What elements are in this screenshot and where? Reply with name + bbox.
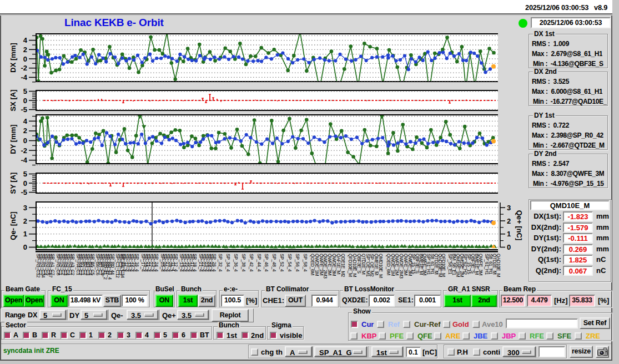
svg-text:2: 2	[23, 127, 27, 135]
svg-text:Qe- [nC]: Qe- [nC]	[9, 211, 17, 240]
svg-text:QWFE_3M: QWFE_3M	[478, 254, 484, 276]
svg-text:5: 5	[23, 170, 27, 178]
svg-text:-2: -2	[21, 146, 27, 155]
svg-text:SP_B5_C5: SP_B5_C5	[90, 254, 95, 276]
svg-text:QFD10E_M: QFD10E_M	[441, 254, 446, 277]
svg-text:SP_24_4: SP_24_4	[154, 254, 159, 272]
svg-text:4: 4	[23, 36, 28, 44]
svg-text:-2: -2	[21, 64, 27, 72]
svg-text:1: 1	[23, 230, 27, 238]
svg-text:0: 0	[23, 55, 27, 63]
svg-text:DY [mm]: DY [mm]	[9, 124, 17, 154]
svg-text:SP_16_4: SP_16_4	[134, 254, 140, 272]
svg-text:2: 2	[23, 46, 27, 54]
svg-text:DX [mm]: DX [mm]	[9, 43, 17, 72]
svg-text:SP_54_4: SP_54_4	[287, 254, 293, 272]
svg-text:SP_38_4: SP_38_4	[241, 254, 246, 272]
svg-text:3: 3	[507, 204, 511, 212]
svg-text:SP_R0_44: SP_R0_44	[110, 254, 115, 275]
svg-text:SP_34_4: SP_34_4	[225, 254, 231, 272]
svg-text:SP_36_4: SP_36_4	[233, 254, 239, 272]
svg-text:SP_58_4: SP_58_4	[303, 254, 308, 272]
svg-text:-5: -5	[21, 188, 27, 196]
svg-text:SP_48_4: SP_48_4	[271, 254, 277, 272]
svg-text:0: 0	[23, 97, 27, 105]
svg-text:SP_32_4: SP_32_4	[218, 254, 223, 272]
svg-text:SP_46_4: SP_46_4	[264, 254, 269, 272]
svg-text:SP_A1_C7: SP_A1_C7	[50, 254, 56, 276]
svg-text:-4: -4	[21, 73, 27, 82]
svg-text:0: 0	[23, 136, 27, 145]
svg-text:QDE1E_M2: QDE1E_M2	[340, 254, 346, 277]
svg-text:5: 5	[23, 87, 27, 95]
svg-text:SP_42_4: SP_42_4	[249, 254, 254, 272]
svg-text:-5: -5	[21, 105, 27, 114]
svg-text:SY [A]: SY [A]	[9, 173, 17, 194]
svg-text:SP_A3_C2: SP_A3_C2	[70, 254, 76, 276]
svg-text:-4: -4	[21, 156, 27, 164]
svg-text:3: 3	[23, 204, 27, 212]
svg-text:SP_52_4: SP_52_4	[279, 254, 285, 272]
svg-text:QMD10E_M: QMD10E_M	[378, 254, 384, 278]
svg-text:SP_56_4: SP_56_4	[295, 254, 300, 272]
svg-text:SX [A]: SX [A]	[9, 90, 17, 112]
svg-text:SP_26_4: SP_26_4	[212, 254, 217, 272]
svg-text:SP_44_4: SP_44_4	[256, 254, 262, 272]
svg-text:SP_18_4: SP_18_4	[192, 254, 198, 272]
svg-text:0: 0	[23, 243, 27, 251]
svg-text:QAD10E_M: QAD10E_M	[496, 254, 501, 277]
svg-text:4: 4	[23, 117, 28, 125]
svg-text:SP_12_4: SP_12_4	[173, 254, 179, 272]
svg-text:0: 0	[23, 179, 27, 188]
svg-text:2: 2	[23, 217, 27, 225]
